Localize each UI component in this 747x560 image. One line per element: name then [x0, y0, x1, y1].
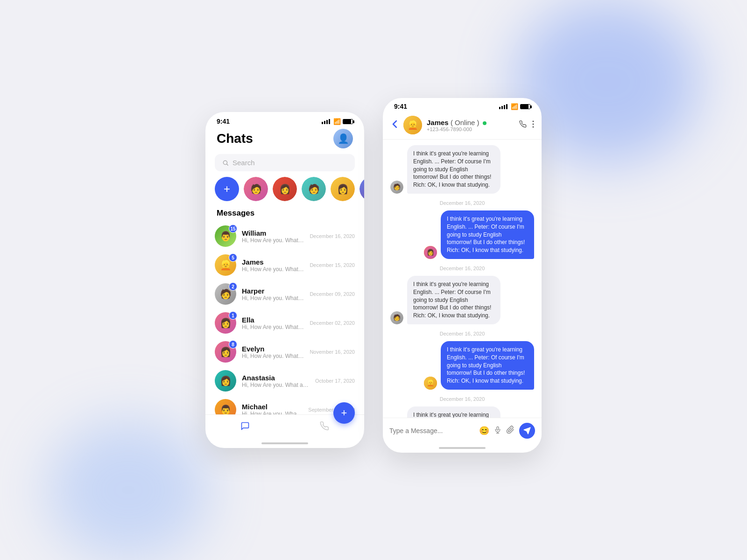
more-options-button[interactable] — [532, 120, 534, 130]
wifi-icon: 📶 — [333, 118, 341, 125]
bubble-received-3: I think it's great you're learning Engli… — [407, 406, 500, 418]
msg-info-evelyn: Evelyn Hi, How Are you. What are you... — [242, 345, 304, 359]
svg-point-4 — [533, 126, 534, 128]
contact-avatar-james: 👱 — [403, 116, 422, 134]
msg-date-james: December 15, 2020 — [310, 262, 355, 268]
search-placeholder: Search — [233, 159, 255, 167]
contact-phone: +123-456-7890-000 — [427, 126, 514, 132]
msg-name-james: James — [242, 258, 304, 266]
msg-name-michael: Michael — [242, 403, 303, 411]
bubble-received-2: I think it's great you're learning Engli… — [407, 276, 500, 324]
list-item[interactable]: 👱 5 James Hi, How Are you. What are you.… — [205, 251, 364, 280]
call-button[interactable] — [519, 120, 527, 130]
message-row: 🧑 I think it's great you're learning Eng… — [390, 276, 534, 324]
date-divider-4: December 16, 2020 — [390, 396, 534, 402]
list-item[interactable]: 👩 Anastasia Hi, How Are you. What are yo… — [205, 366, 364, 395]
story-avatar-5[interactable]: 👤 — [359, 177, 364, 201]
story-avatar-1[interactable]: 🧑 — [244, 177, 268, 201]
date-divider-1: December 16, 2020 — [390, 200, 534, 206]
msg-name-william: William — [242, 229, 304, 237]
msg-preview-anastasia: Hi, How Are you. What are you... — [242, 382, 310, 388]
msg-preview-harper: Hi, How Are you. What are you... — [242, 295, 304, 301]
wifi-right-icon: 📶 — [511, 103, 518, 110]
search-bar[interactable]: Search — [215, 154, 355, 171]
message-row: I think it's great you're learning Engli… — [390, 210, 534, 259]
background-blob-bottom-left — [47, 420, 210, 560]
back-button[interactable] — [390, 119, 399, 132]
status-bar-left: 9:41 📶 — [205, 112, 364, 125]
signal-bars-right-icon — [499, 104, 507, 109]
bubble-avatar-sent-1: 👩 — [424, 246, 437, 259]
chat-messages: 🧑 I think it's great you're learning Eng… — [383, 140, 542, 418]
message-row: 🧑 I think it's great you're learning Eng… — [390, 145, 534, 194]
list-item[interactable]: 🧑 2 Harper Hi, How Are you. What are you… — [205, 280, 364, 308]
status-icons-left: 📶 — [322, 118, 353, 125]
phone-icon — [320, 421, 329, 431]
attachment-button[interactable] — [506, 425, 514, 437]
signal-bars-icon — [322, 119, 330, 124]
list-item[interactable]: 👨 15 William Hi, How Are you. What are y… — [205, 222, 364, 251]
bubble-avatar-sent-2: 👱 — [424, 377, 437, 390]
msg-preview-james: Hi, How Are you. What are you... — [242, 266, 304, 273]
svg-rect-5 — [497, 427, 499, 430]
msg-info-william: William Hi, How Are you. What are you... — [242, 229, 304, 244]
badge-harper: 2 — [229, 282, 237, 291]
msg-name-ella: Ella — [242, 316, 304, 324]
stories-row: + 🧑 👩 🧑 👩 👤 — [205, 177, 364, 207]
msg-avatar-wrap-ella: 👩 1 — [215, 312, 236, 334]
bubble-sent-2: I think it's great you're learning Engli… — [441, 341, 534, 390]
story-avatar-2[interactable]: 👩 — [273, 177, 297, 201]
svg-marker-9 — [524, 427, 530, 434]
fab-button[interactable]: + — [333, 402, 355, 424]
story-avatar-3[interactable]: 🧑 — [302, 177, 326, 201]
contact-info: James ( Online ) +123-456-7890-000 — [427, 119, 514, 132]
chat-header: 👱 James ( Online ) +123-456-7890-000 — [383, 110, 542, 140]
msg-info-james: James Hi, How Are you. What are you... — [242, 258, 304, 273]
header-avatar[interactable]: 👤 — [333, 129, 353, 148]
msg-preview-evelyn: Hi, How Are you. What are you... — [242, 353, 304, 359]
messages-label: Messages — [205, 207, 364, 222]
home-bar-right — [439, 447, 486, 449]
send-button[interactable] — [519, 423, 535, 439]
svg-point-2 — [533, 121, 534, 122]
contact-name: James ( Online ) — [427, 119, 514, 126]
battery-right-icon — [520, 104, 530, 109]
badge-evelyn: 8 — [229, 340, 237, 349]
status-icons-right: 📶 — [499, 103, 530, 110]
msg-avatar-wrap-evelyn: 👩 8 — [215, 341, 236, 363]
online-indicator — [483, 121, 486, 125]
msg-date-william: December 16, 2020 — [310, 233, 355, 239]
add-story-button[interactable]: + — [215, 177, 239, 201]
home-indicator — [205, 439, 364, 448]
msg-avatar-wrap-william: 👨 15 — [215, 225, 236, 247]
home-bar — [261, 442, 308, 444]
phone-right: 9:41 📶 👱 — [383, 98, 542, 453]
message-row: 🧑 I think it's great you're learning Eng… — [390, 406, 534, 418]
msg-name-harper: Harper — [242, 287, 304, 295]
chat-bubble-icon — [240, 421, 250, 431]
msg-preview-michael: Hi, How Are you. What are you... — [242, 411, 303, 415]
chats-title: Chats — [217, 131, 253, 146]
emoji-button[interactable]: 😊 — [479, 426, 489, 436]
svg-line-1 — [227, 164, 228, 165]
msg-avatar-wrap-anastasia: 👩 — [215, 370, 236, 392]
message-input[interactable] — [389, 427, 474, 434]
list-item[interactable]: 👩 8 Evelyn Hi, How Are you. What are you… — [205, 337, 364, 366]
msg-info-michael: Michael Hi, How Are you. What are you... — [242, 403, 303, 415]
msg-date-evelyn: November 16, 2020 — [310, 349, 355, 355]
phone-left: 9:41 📶 Chats 👤 — [205, 112, 364, 448]
chat-header-actions — [519, 120, 534, 130]
story-avatar-4[interactable]: 👩 — [331, 177, 355, 201]
chat-input-bar: 😊 — [383, 418, 542, 443]
nav-phone-icon[interactable] — [312, 419, 337, 434]
phone-left-header: Chats 👤 — [205, 125, 364, 154]
msg-info-anastasia: Anastasia Hi, How Are you. What are you.… — [242, 374, 310, 388]
msg-avatar-michael: 👨 — [215, 399, 236, 414]
bubble-received-1: I think it's great you're learning Engli… — [407, 145, 500, 194]
bubble-sent-1: I think it's great you're learning Engli… — [441, 210, 534, 259]
nav-chat-icon[interactable] — [233, 419, 257, 434]
microphone-button[interactable] — [494, 425, 501, 437]
bubble-avatar-received-1: 🧑 — [390, 181, 403, 194]
background-blob-top-right — [514, 0, 700, 163]
list-item[interactable]: 👩 1 Ella Hi, How Are you. What are you..… — [205, 308, 364, 337]
